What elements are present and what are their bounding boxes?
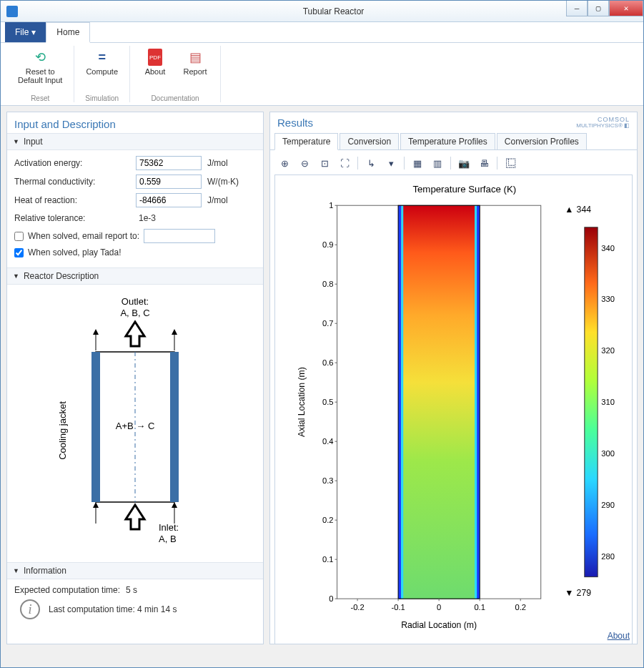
pdf-icon: PDF — [148, 49, 162, 66]
svg-text:0.8: 0.8 — [322, 280, 334, 288]
zoom-in-icon[interactable]: ⊕ — [277, 156, 292, 170]
minimize-button[interactable]: — — [566, 1, 588, 16]
report-button[interactable]: ▤ Report — [177, 46, 213, 94]
svg-rect-18 — [477, 205, 480, 599]
activation-energy-input[interactable] — [136, 156, 202, 170]
reactor-diagram: Outlet: A, B, C A+B → C — [53, 295, 217, 552]
about-button[interactable]: PDF About — [137, 46, 173, 94]
svg-text:▲: ▲ — [565, 205, 573, 215]
svg-text:0.1: 0.1 — [474, 603, 485, 611]
svg-text:Radial Location (m): Radial Location (m) — [401, 620, 477, 630]
chevron-down-icon[interactable]: ▾ — [384, 156, 398, 170]
svg-text:A, B: A, B — [159, 534, 177, 544]
zoom-extents-icon[interactable]: ⛶ — [337, 156, 352, 170]
svg-text:300: 300 — [601, 449, 615, 458]
svg-text:0.2: 0.2 — [515, 603, 526, 611]
info-icon: i — [20, 599, 40, 619]
results-title: Results — [277, 117, 576, 129]
tab-home[interactable]: Home — [46, 22, 90, 43]
print-icon[interactable]: 🖶 — [477, 156, 491, 170]
file-menu[interactable]: File▾ — [5, 22, 46, 42]
arrange-icon[interactable]: ⿺ — [503, 156, 517, 170]
email-report-checkbox[interactable] — [14, 232, 24, 241]
info-section-header[interactable]: ▼Information — [7, 562, 263, 579]
svg-text:-0.2: -0.2 — [350, 603, 364, 611]
play-tada-checkbox[interactable] — [14, 248, 24, 257]
input-panel-title: Input and Description — [7, 112, 263, 133]
svg-text:279: 279 — [577, 588, 592, 598]
svg-rect-3 — [91, 352, 100, 502]
svg-text:0.7: 0.7 — [322, 319, 334, 328]
collapse-icon: ▼ — [13, 272, 19, 280]
unit-label: J/mol — [207, 195, 228, 205]
reset-to-default-button[interactable]: ⟲ Reset to Default Input — [14, 46, 66, 94]
svg-text:0.2: 0.2 — [322, 516, 334, 524]
email-report-label: When solved, email report to: — [28, 231, 139, 241]
svg-text:340: 340 — [601, 244, 615, 252]
app-icon — [6, 6, 18, 17]
svg-text:Outlet:: Outlet: — [122, 296, 149, 307]
zoom-out-icon[interactable]: ⊖ — [297, 156, 312, 170]
thermal-conductivity-input[interactable] — [136, 175, 202, 189]
reset-icon: ⟲ — [31, 49, 49, 66]
expected-time-value: 5 s — [126, 585, 137, 595]
tab-temperature[interactable]: Temperature — [274, 133, 338, 150]
svg-text:Temperature Surface (K): Temperature Surface (K) — [412, 184, 516, 195]
svg-rect-20 — [475, 205, 477, 599]
tab-temperature-profiles[interactable]: Temperature Profiles — [400, 133, 495, 149]
results-panel: Results COMSOLMULTIPHYSICS® ◧ Temperatur… — [269, 112, 638, 644]
svg-text:0: 0 — [329, 594, 333, 603]
svg-text:290: 290 — [601, 501, 615, 509]
expected-time-label: Expected computation time: — [14, 585, 120, 595]
svg-text:0.6: 0.6 — [322, 358, 334, 367]
svg-rect-4 — [170, 352, 179, 502]
snapshot-icon[interactable]: 📷 — [457, 156, 471, 170]
close-button[interactable]: ✕ — [609, 1, 643, 16]
svg-text:Cooling jacket: Cooling jacket — [57, 401, 68, 460]
collapse-icon: ▼ — [13, 138, 19, 145]
axes-icon[interactable]: ↳ — [364, 156, 378, 170]
svg-text:▼: ▼ — [565, 588, 573, 598]
legend-icon[interactable]: ▥ — [430, 156, 445, 170]
svg-text:-0.1: -0.1 — [391, 603, 405, 611]
svg-text:310: 310 — [601, 398, 615, 406]
report-icon: ▤ — [187, 49, 204, 66]
tab-conversion-profiles[interactable]: Conversion Profiles — [497, 133, 587, 149]
compute-button[interactable]: = Compute — [81, 46, 122, 94]
svg-text:280: 280 — [601, 552, 615, 561]
activation-energy-label: Activation energy: — [14, 158, 136, 168]
svg-text:330: 330 — [601, 295, 615, 303]
svg-text:344: 344 — [577, 205, 592, 215]
last-computation-label: Last computation time: 4 min 14 s — [49, 604, 177, 614]
svg-text:0.1: 0.1 — [322, 555, 334, 564]
heat-of-reaction-input[interactable] — [136, 193, 202, 207]
svg-rect-17 — [398, 205, 401, 599]
svg-text:0.5: 0.5 — [322, 398, 334, 406]
zoom-box-icon[interactable]: ⊡ — [317, 156, 332, 170]
relative-tolerance-label: Relative tolerance: — [14, 213, 136, 223]
svg-text:A, B, C: A, B, C — [120, 308, 149, 318]
svg-text:Axial Location (m): Axial Location (m) — [297, 367, 307, 437]
compute-icon: = — [94, 49, 111, 66]
tab-conversion[interactable]: Conversion — [340, 133, 399, 149]
plot-toolbar: ⊕ ⊖ ⊡ ⛶ ↳ ▾ ▦ ▥ 📷 🖶 ⿺ — [273, 153, 634, 173]
ribbon: ⟲ Reset to Default Input Reset = Compute… — [1, 43, 643, 106]
grid-icon[interactable]: ▦ — [410, 156, 425, 170]
unit-label: J/mol — [207, 158, 228, 168]
plot-box: Temperature Surface (K) — [274, 175, 633, 644]
svg-text:1: 1 — [329, 201, 333, 210]
maximize-button[interactable]: ▢ — [588, 1, 609, 16]
svg-text:0.4: 0.4 — [322, 437, 334, 446]
input-section-header[interactable]: ▼Input — [7, 133, 263, 150]
temperature-surface-plot: Temperature Surface (K) — [275, 175, 632, 644]
thermal-conductivity-label: Thermal conductivity: — [14, 177, 136, 187]
svg-text:Inlet:: Inlet: — [159, 522, 179, 533]
email-report-input[interactable] — [144, 229, 215, 243]
reactor-section-header[interactable]: ▼Reactor Description — [7, 267, 263, 285]
chevron-down-icon: ▾ — [31, 27, 36, 37]
titlebar: Tubular Reactor — ▢ ✕ — [1, 1, 643, 22]
heat-of-reaction-label: Heat of reaction: — [14, 195, 136, 205]
about-link[interactable]: About — [608, 631, 630, 641]
svg-text:A+B → C: A+B → C — [116, 421, 155, 431]
svg-text:0.9: 0.9 — [322, 240, 334, 249]
